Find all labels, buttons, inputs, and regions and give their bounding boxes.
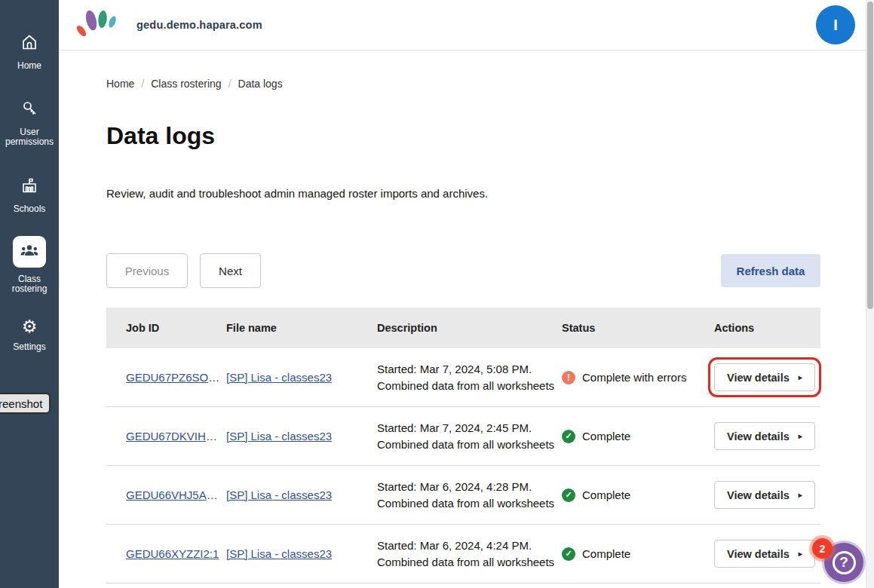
refresh-data-button[interactable]: Refresh data (721, 254, 820, 287)
job-id-ellipsis: … (208, 371, 219, 384)
sidebar-item-settings[interactable]: ⚙ Settings (0, 317, 59, 352)
view-details-label: View details (727, 548, 790, 560)
column-header-actions: Actions (714, 322, 820, 334)
job-id-ellipsis: … (207, 488, 218, 501)
breadcrumb-separator: / (228, 78, 232, 90)
data-logs-table: Job ID File name Description Status Acti… (106, 308, 820, 583)
description-line-2: Combined data from all worksheets (377, 379, 554, 392)
sidebar-item-home[interactable]: Home (0, 33, 59, 71)
description-line-1: Started: Mar 7, 2024, 2:45 PM. (377, 421, 532, 434)
sidebar-item-label: Schools (0, 204, 59, 214)
sidebar-item-class-rostering[interactable]: Class rostering (0, 236, 59, 294)
job-id-link[interactable]: GEDU67PZ6SO (126, 371, 208, 384)
avatar[interactable]: I (816, 5, 855, 44)
next-button[interactable]: Next (200, 253, 261, 288)
description-line-2: Combined data from all worksheets (377, 556, 554, 568)
job-id-link[interactable]: GEDU66XYZZI2:1 (126, 547, 219, 560)
previous-button[interactable]: Previous (106, 253, 188, 288)
status-error-icon: ! (562, 371, 575, 384)
chevron-right-icon: ▸ (799, 432, 802, 440)
file-name-link[interactable]: [SP] Lisa - classes23 (226, 430, 332, 443)
view-details-label: View details (727, 430, 790, 443)
status-label: Complete with errors (582, 371, 686, 384)
job-id-ellipsis: … (206, 430, 217, 443)
sidebar-item-label: Class rostering (0, 274, 59, 294)
screenshot-tooltip: reenshot (0, 393, 51, 414)
page-description: Review, audit and troubleshoot admin man… (106, 187, 488, 200)
home-icon (20, 33, 38, 51)
column-header-description: Description (377, 322, 562, 334)
description-line-1: Started: Mar 6, 2024, 4:28 PM. (377, 480, 532, 493)
scrollbar-track[interactable] (866, 0, 874, 588)
sidebar-item-label: User permissions (0, 127, 59, 147)
screen: Home User permissions Schools (0, 0, 874, 588)
breadcrumb-separator: / (141, 78, 144, 90)
status-label: Complete (582, 547, 630, 560)
table-row: GEDU66VHJ5A… [SP] Lisa - classes23 Start… (106, 466, 820, 525)
file-name-link[interactable]: [SP] Lisa - classes23 (226, 547, 332, 560)
breadcrumb: Home / Class rostering / Data logs (106, 78, 283, 90)
file-name-link[interactable]: [SP] Lisa - classes23 (226, 371, 332, 384)
sidebar: Home User permissions Schools (0, 0, 59, 588)
sidebar-item-label: Home (0, 61, 59, 71)
breadcrumb-data-logs[interactable]: Data logs (238, 78, 283, 90)
status-complete-icon: ✓ (562, 488, 575, 502)
sidebar-item-schools[interactable]: Schools (0, 176, 59, 214)
status-complete-icon: ✓ (562, 430, 575, 443)
file-name-link[interactable]: [SP] Lisa - classes23 (226, 488, 332, 501)
description-line-2: Combined data from all worksheets (377, 497, 554, 510)
view-details-button[interactable]: View details ▸ (714, 363, 815, 391)
column-header-job-id: Job ID (106, 322, 226, 334)
domain-label: gedu.demo.hapara.com (136, 19, 262, 31)
chevron-right-icon: ▸ (799, 373, 802, 381)
status-label: Complete (582, 430, 630, 443)
status-label: Complete (582, 488, 630, 501)
chevron-right-icon: ▸ (799, 491, 802, 499)
notification-badge: 2 (812, 538, 833, 559)
table-row: GEDU67PZ6SO… [SP] Lisa - classes23 Start… (106, 348, 820, 407)
page-title: Data logs (106, 122, 215, 150)
question-mark-icon: ? (833, 551, 856, 574)
key-icon (20, 100, 38, 118)
topbar: gedu.demo.hapara.com I (59, 0, 866, 51)
job-id-link[interactable]: GEDU66VHJ5A (126, 488, 207, 501)
school-icon (20, 176, 38, 194)
description-line-1: Started: Mar 6, 2024, 4:24 PM. (377, 539, 532, 552)
view-details-label: View details (727, 372, 790, 384)
column-header-file-name: File name (226, 322, 377, 334)
description-line-1: Started: Mar 7, 2024, 5:08 PM. (377, 363, 532, 375)
hapara-logo-icon (75, 8, 118, 42)
table-header: Job ID File name Description Status Acti… (106, 308, 820, 348)
job-id-link[interactable]: GEDU67DKVIH (126, 430, 206, 443)
status-complete-icon: ✓ (562, 547, 575, 561)
description-line-2: Combined data from all worksheets (377, 438, 554, 451)
view-details-button[interactable]: View details ▸ (714, 481, 815, 509)
column-header-status: Status (562, 322, 714, 334)
breadcrumb-home[interactable]: Home (106, 78, 134, 90)
breadcrumb-class-rostering[interactable]: Class rostering (151, 78, 221, 90)
table-row: GEDU66XYZZI2:1 [SP] Lisa - classes23 Sta… (106, 525, 820, 583)
active-item-tile (13, 236, 46, 268)
chevron-right-icon: ▸ (799, 550, 802, 558)
view-details-button[interactable]: View details ▸ (714, 422, 815, 450)
sidebar-item-label: Settings (0, 342, 59, 352)
view-details-button[interactable]: View details ▸ (714, 540, 815, 568)
table-row: GEDU67DKVIH… [SP] Lisa - classes23 Start… (106, 407, 820, 466)
scrollbar-thumb[interactable] (867, 2, 873, 309)
sidebar-item-user-permissions[interactable]: User permissions (0, 100, 59, 147)
view-details-label: View details (727, 489, 790, 501)
gear-icon: ⚙ (22, 317, 38, 335)
people-icon (19, 241, 40, 262)
